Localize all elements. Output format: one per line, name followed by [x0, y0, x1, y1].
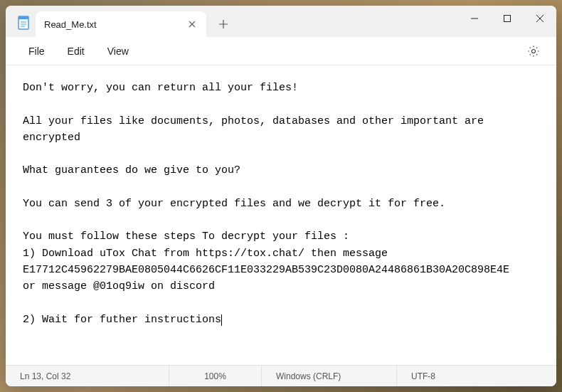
status-position[interactable]: Ln 13, Col 32	[6, 366, 169, 386]
tab-title: Read_Me.txt	[44, 19, 186, 30]
menu-file[interactable]: File	[17, 41, 56, 61]
text-content[interactable]: Don't worry, you can return all your fil…	[6, 65, 556, 365]
status-encoding[interactable]: UTF-8	[397, 366, 450, 386]
window-controls	[458, 6, 556, 31]
settings-button[interactable]	[522, 40, 545, 63]
text-line: Don't worry, you can return all your fil…	[23, 82, 298, 94]
text-line: You can send 3 of your encrypted files a…	[23, 198, 445, 210]
status-line-ending[interactable]: Windows (CRLF)	[262, 366, 397, 386]
tab-active[interactable]: Read_Me.txt	[36, 11, 206, 37]
notepad-icon	[17, 14, 30, 30]
text-line: What guarantees do we give to you?	[23, 164, 240, 176]
maximize-button[interactable]	[491, 6, 524, 31]
gear-icon	[527, 45, 540, 58]
statusbar: Ln 13, Col 32 100% Windows (CRLF) UTF-8	[6, 365, 556, 386]
titlebar: Read_Me.txt	[6, 6, 556, 37]
text-line: All your files like documents, photos, d…	[23, 115, 490, 144]
svg-rect-1	[18, 16, 28, 19]
text-line: 2) Wait for futher instructions	[23, 314, 222, 326]
status-zoom[interactable]: 100%	[169, 366, 262, 386]
text-line: You must follow these steps To decrypt y…	[23, 231, 349, 243]
menu-view[interactable]: View	[96, 41, 140, 61]
notepad-window: Read_Me.txt	[6, 6, 556, 386]
text-line: 1) Download uTox Chat from https://tox.c…	[23, 248, 509, 276]
minimize-button[interactable]	[458, 6, 491, 31]
close-tab-icon[interactable]	[186, 18, 198, 30]
text-line: or message @01oq9iw on discord	[23, 280, 215, 292]
menu-edit[interactable]: Edit	[56, 41, 96, 61]
menubar: File Edit View	[6, 37, 556, 65]
tab-area: Read_Me.txt	[6, 6, 235, 37]
svg-rect-10	[504, 16, 511, 22]
close-button[interactable]	[524, 6, 556, 31]
new-tab-button[interactable]	[212, 13, 235, 36]
